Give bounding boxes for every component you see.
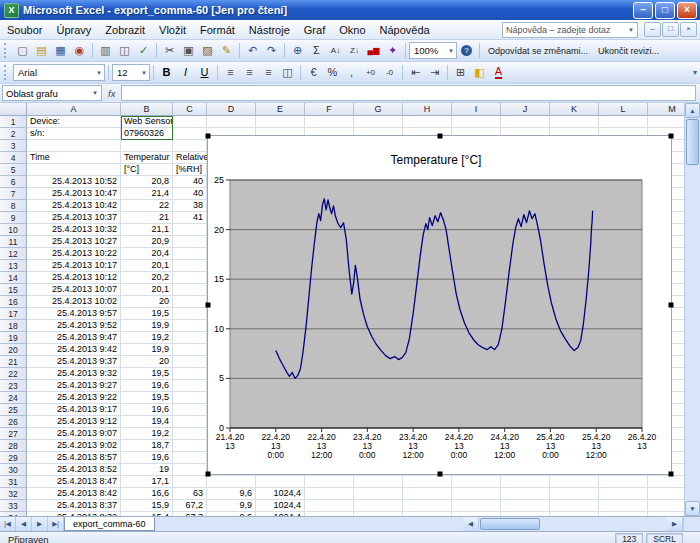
cell-A20[interactable]: 25.4.2013 9:42 [27,344,121,356]
cell-B9[interactable]: 21 [121,212,173,224]
toolbar-options-icon[interactable]: ▾ [693,68,697,77]
horizontal-scroll-track[interactable] [479,517,667,531]
cell-B13[interactable]: 20,1 [121,260,173,272]
row-header-12[interactable]: 12 [0,248,27,260]
undo-button[interactable]: ↶ [243,42,262,60]
print-preview-button[interactable]: ◫ [115,42,134,60]
col-header-E[interactable]: E [256,103,305,116]
cell-B11[interactable]: 20,9 [121,236,173,248]
cell-A33[interactable]: 25.4.2013 8:37 [27,500,121,512]
cell-I33[interactable] [452,500,501,512]
row-header-15[interactable]: 15 [0,284,27,296]
cell-C20[interactable] [173,344,207,356]
row-header-21[interactable]: 21 [0,356,27,368]
cell-C33[interactable]: 67,2 [173,500,207,512]
cell-C13[interactable] [173,260,207,272]
cell-H1[interactable] [403,116,452,128]
cell-A15[interactable]: 25.4.2013 10:07 [27,284,121,296]
row-header-10[interactable]: 10 [0,224,27,236]
cell-B30[interactable]: 19 [121,464,173,476]
cell-B25[interactable]: 19,6 [121,404,173,416]
chart-wizard-button[interactable]: ▄▆ [364,42,383,60]
cell-B22[interactable]: 19,5 [121,368,173,380]
selection-handle[interactable] [437,472,442,477]
col-header-A[interactable]: A [27,103,121,116]
open-button[interactable]: ▤ [32,42,51,60]
cell-B31[interactable]: 17,1 [121,476,173,488]
cell-C32[interactable]: 63 [173,488,207,500]
italic-button[interactable]: I [176,64,195,82]
cell-I1[interactable] [452,116,501,128]
row-header-20[interactable]: 20 [0,344,27,356]
cell-A23[interactable]: 25.4.2013 9:27 [27,380,121,392]
cell-A12[interactable]: 25.4.2013 10:22 [27,248,121,260]
cell-A2[interactable]: s/n: [27,128,121,140]
currency-button[interactable]: € [304,64,323,82]
row-header-6[interactable]: 6 [0,176,27,188]
cell-E1[interactable] [256,116,305,128]
selection-handle[interactable] [437,134,442,139]
menu-item-3[interactable]: Vložit [152,22,193,38]
col-header-J[interactable]: J [501,103,550,116]
vertical-scroll-track[interactable] [685,166,700,501]
cell-B18[interactable]: 19,9 [121,320,173,332]
cut-button[interactable]: ✂ [160,42,179,60]
cell-A24[interactable]: 25.4.2013 9:22 [27,392,121,404]
cell-I31[interactable] [452,476,501,488]
cell-E34[interactable]: 1024,4 [256,512,305,516]
col-header-F[interactable]: F [305,103,354,116]
cell-C17[interactable] [173,308,207,320]
cell-C14[interactable] [173,272,207,284]
selection-handle[interactable] [669,134,674,139]
menu-item-2[interactable]: Zobrazit [98,22,152,38]
previous-sheet-icon[interactable]: ◀ [16,517,32,531]
cell-K33[interactable] [550,500,599,512]
cell-L34[interactable] [599,512,648,516]
name-box[interactable]: Oblast grafu ▼ [2,85,102,101]
cell-B3[interactable] [121,140,173,152]
cell-H33[interactable] [403,500,452,512]
selection-handle[interactable] [206,472,211,477]
cell-C19[interactable] [173,332,207,344]
cell-A16[interactable]: 25.4.2013 10:02 [27,296,121,308]
new-button[interactable]: ▢ [13,42,32,60]
row-header-33[interactable]: 33 [0,500,27,512]
cell-A32[interactable]: 25.4.2013 8:42 [27,488,121,500]
cell-H32[interactable] [403,488,452,500]
row-header-1[interactable]: 1 [0,116,27,128]
cell-B34[interactable]: 15,4 [121,512,173,516]
spelling-button[interactable]: ✓ [134,42,153,60]
cell-H34[interactable] [403,512,452,516]
cell-A7[interactable]: 25.4.2013 10:47 [27,188,121,200]
cell-B19[interactable]: 19,2 [121,332,173,344]
maximize-button[interactable]: □ [655,2,675,19]
cell-A1[interactable]: Device: [27,116,121,128]
cell-A4[interactable]: Time [27,152,121,164]
font-color-button[interactable]: A [489,64,508,82]
cell-C16[interactable] [173,296,207,308]
cell-C4[interactable]: Relative [173,152,207,164]
cell-C21[interactable] [173,356,207,368]
merge-center-button[interactable]: ◫ [278,64,297,82]
cell-A8[interactable]: 25.4.2013 10:42 [27,200,121,212]
row-header-24[interactable]: 24 [0,392,27,404]
cell-B15[interactable]: 20,1 [121,284,173,296]
cell-K1[interactable] [550,116,599,128]
cell-A28[interactable]: 25.4.2013 9:02 [27,440,121,452]
scroll-right-icon[interactable]: ▶ [667,517,683,531]
next-sheet-icon[interactable]: ▶ [32,517,48,531]
cell-A27[interactable]: 25.4.2013 9:07 [27,428,121,440]
help-query-box[interactable]: Nápověda – zadejte dotaz ▼ [502,22,638,38]
increase-decimal-button[interactable]: +0 [361,64,380,82]
cell-F33[interactable] [305,500,354,512]
row-header-27[interactable]: 27 [0,428,27,440]
bold-button[interactable]: B [157,64,176,82]
cell-D31[interactable] [207,476,256,488]
menu-item-6[interactable]: Graf [297,22,332,38]
selection-handle[interactable] [669,303,674,308]
help-button[interactable]: ? [457,42,476,60]
selection-handle[interactable] [206,303,211,308]
chart-object[interactable]: Temperature [°C]051015202521.4.201322.4.… [207,135,672,475]
insert-hyperlink-button[interactable]: ⊕ [288,42,307,60]
selection-handle[interactable] [669,472,674,477]
